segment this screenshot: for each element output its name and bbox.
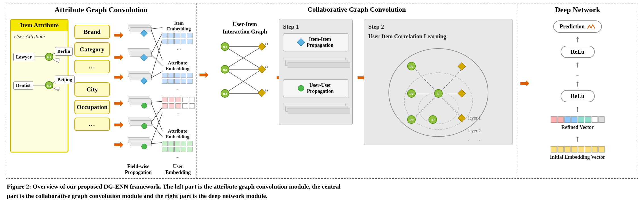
arrow-to-deep: ➡ (520, 77, 530, 89)
i2-label: i₂ (265, 64, 268, 69)
i3-s2 (458, 114, 466, 122)
berlin2-node (55, 58, 60, 61)
user-user-prop: User-UserPropagation (283, 79, 348, 97)
main-container: Attribute Graph Convolution Item Attribu… (0, 0, 644, 203)
u3-s2: u₃ (407, 115, 416, 124)
svg-line-12 (151, 101, 162, 102)
item-emb-label: Item Embedding (162, 20, 196, 32)
deep-network-title: Deep Network (555, 6, 600, 14)
svg-text:layer 2: layer 2 (468, 128, 481, 133)
attr-emb-item-label: AttributeEmbedding (162, 60, 193, 72)
relu1-box: ReLu (561, 46, 595, 58)
arrow6: ➡ (114, 139, 124, 151)
refined-label: Refined Vector (551, 124, 605, 130)
prediction-box: Prediction (553, 20, 602, 33)
svg-line-16 (151, 123, 162, 137)
collab-graph-title: Collaborative Graph Convolution (308, 6, 406, 13)
city-box: City (74, 82, 110, 97)
i3-node (258, 89, 266, 97)
up-arrow-1: ↑ (576, 35, 580, 43)
brand-box: Brand (74, 25, 110, 39)
item-attribute-box: Item Attribute User Attribute Lawyer (10, 19, 68, 152)
fieldwise-stack-city (128, 97, 150, 116)
svg-line-23 (225, 69, 262, 93)
item-attr-title: Item Attribute (11, 20, 68, 31)
berlin-node: Berlin (55, 47, 73, 56)
deep-network-stack: Prediction ↑ ReLu ↑ ... ↑ ReLu ↑ (550, 20, 605, 162)
arrow3: ➡ (114, 71, 124, 83)
user-attr-label: User Attribute (11, 31, 68, 41)
step1-title: Step 1 (283, 23, 348, 30)
svg-line-31 (413, 67, 438, 94)
fieldwise-stack-dots1 (128, 72, 150, 91)
fieldwise-bottom-label: Field-wisePropagation (120, 164, 157, 175)
arrow4: ➡ (114, 97, 124, 109)
svg-text:layer 1: layer 1 (468, 116, 481, 121)
step2-box: Step 2 User-Item Correlation Learning la… (364, 19, 513, 145)
arrow5: ➡ (114, 119, 124, 131)
svg-line-10 (151, 55, 162, 66)
u-center-s2: u (434, 89, 443, 98)
step2-subtitle: User-Item Correlation Learning (368, 33, 509, 40)
u1-s2: u₁ (407, 62, 416, 70)
item-item-label: Item-ItemPropagation (307, 36, 334, 48)
diagram: Attribute Graph Convolution Item Attribu… (6, 3, 638, 179)
section-attribute-graph: Attribute Graph Convolution Item Attribu… (6, 3, 196, 178)
svg-line-14 (151, 113, 162, 143)
svg-line-8 (151, 39, 162, 77)
u1-i-node: u₁ (221, 42, 229, 51)
i3-label: i₃ (265, 88, 268, 93)
up-arrow-5: ↑ (576, 134, 580, 143)
item-embedding-col: Item Embedding ... (162, 20, 196, 52)
i2-node (258, 65, 266, 73)
attr-graph-title: Attribute Graph Convolution (55, 6, 148, 14)
interaction-graph-title: User-ItemInteraction Graph (214, 20, 276, 35)
relu1-label: ReLu (571, 49, 584, 55)
u2-i-node: u₂ (221, 65, 229, 74)
user-embedding-col: ... (162, 97, 195, 117)
up-arrow-2: ↑ (576, 60, 580, 69)
beijing2-node (55, 87, 60, 90)
figure-caption: Figure 2: Overview of our proposed DG-EN… (6, 182, 638, 200)
refined-row1 (551, 116, 605, 123)
item-attr-boxes: Brand Category ... City Occupation ... (74, 25, 110, 134)
lawyer-node: Lawyer (13, 53, 34, 61)
initial-vector-group: Initial Embedding Vector (550, 145, 605, 162)
prediction-icon (587, 24, 595, 30)
fieldwise-stack-cat (128, 48, 150, 68)
item-item-stacks (283, 58, 348, 75)
refined-vector-group: Refined Vector (551, 115, 605, 132)
user-graph: Lawyer u₁ Berlin Dentist u₂ Beijing (11, 43, 68, 123)
svg-line-20 (225, 47, 262, 69)
fieldwise-stack-dots2 (128, 137, 150, 157)
arrow1: ➡ (114, 29, 124, 41)
caption-bold: Figure 2: Overview of our proposed DG-EN… (7, 183, 340, 190)
svg-line-17 (151, 143, 162, 144)
step2-title: Step 2 (368, 23, 509, 30)
beijing-node: Beijing (55, 76, 75, 84)
up-arrow-3: ↑ (576, 79, 580, 88)
relu2-label: ReLu (571, 93, 584, 99)
svg-line-34 (438, 67, 464, 94)
svg-line-22 (225, 69, 262, 93)
i1-s2 (458, 62, 466, 70)
svg-line-15 (151, 103, 162, 131)
fieldwise-stack-brand (128, 24, 150, 44)
item-item-prop: Item-ItemPropagation (283, 33, 348, 51)
caption-bold2: part is the collaborative graph convolut… (7, 192, 267, 199)
dentist-node: Dentist (13, 81, 33, 90)
u3-i-node: u₃ (221, 89, 229, 98)
occupation-box: Occupation (74, 100, 110, 114)
category-box: Category (74, 42, 110, 57)
svg-line-13 (151, 107, 162, 123)
svg-line-9 (151, 30, 162, 60)
item-dots-box: ... (74, 60, 110, 73)
prediction-label: Prediction (560, 23, 585, 30)
svg-line-6 (151, 28, 162, 29)
section-deep-network: Deep Network ➡ Prediction ↑ ReLu (517, 3, 638, 178)
u4-s2: u₄ (428, 115, 437, 124)
arrow2: ➡ (114, 51, 124, 63)
attr-emb-user-label: AttributeEmbedding (162, 128, 193, 140)
initial-row1 (550, 146, 605, 152)
relu2-box: ReLu (561, 90, 595, 102)
